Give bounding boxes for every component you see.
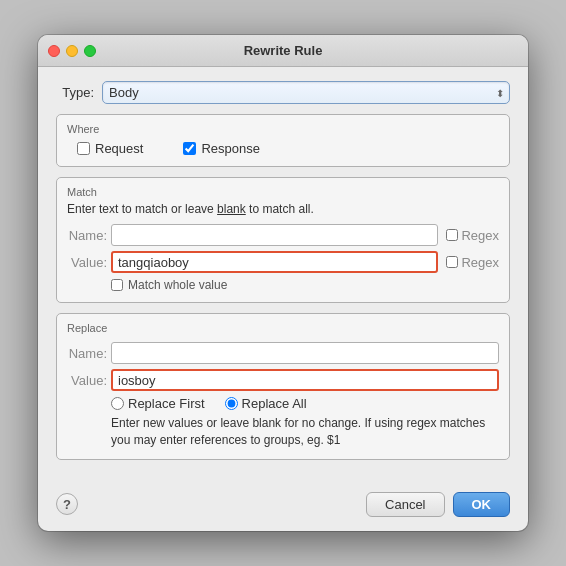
match-name-label: Name: (67, 228, 107, 243)
match-section: Match Enter text to match or leave blank… (56, 177, 510, 303)
cancel-button[interactable]: Cancel (366, 492, 444, 517)
match-value-regex-checkbox[interactable] (446, 256, 458, 268)
replace-name-label: Name: (67, 346, 107, 361)
window-controls (48, 45, 96, 57)
replace-value-row: Value: (67, 369, 499, 391)
match-name-input[interactable] (111, 224, 438, 246)
help-button[interactable]: ? (56, 493, 78, 515)
response-label: Response (201, 141, 260, 156)
match-value-regex-label: Regex (461, 255, 499, 270)
match-whole-row: Match whole value (67, 278, 499, 292)
match-name-regex: Regex (446, 228, 499, 243)
bottom-bar: ? Cancel OK (38, 484, 528, 531)
maximize-button[interactable] (84, 45, 96, 57)
dialog-buttons: Cancel OK (366, 492, 510, 517)
minimize-button[interactable] (66, 45, 78, 57)
replace-hint: Enter new values or leave blank for no c… (67, 415, 499, 449)
replace-name-input[interactable] (111, 342, 499, 364)
replace-section: Replace Name: Value: Replace First Rep (56, 313, 510, 460)
where-row: Request Response (67, 141, 499, 156)
replace-first-label[interactable]: Replace First (111, 396, 205, 411)
type-label: Type: (56, 85, 94, 100)
request-checkbox[interactable] (77, 142, 90, 155)
match-value-label: Value: (67, 255, 107, 270)
match-section-label: Match (67, 186, 499, 198)
match-whole-label: Match whole value (128, 278, 227, 292)
match-name-regex-label: Regex (461, 228, 499, 243)
blank-text: blank (217, 202, 246, 216)
where-section: Where Request Response (56, 114, 510, 167)
response-checkbox-label[interactable]: Response (183, 141, 260, 156)
response-checkbox[interactable] (183, 142, 196, 155)
type-select-wrapper: Body Header Status URL ⬍ (102, 81, 510, 104)
replace-all-label[interactable]: Replace All (225, 396, 307, 411)
replace-value-label: Value: (67, 373, 107, 388)
close-button[interactable] (48, 45, 60, 57)
request-label: Request (95, 141, 143, 156)
replace-all-radio[interactable] (225, 397, 238, 410)
match-instruction: Enter text to match or leave blank to ma… (67, 202, 499, 216)
replace-section-label: Replace (67, 322, 499, 334)
ok-button[interactable]: OK (453, 492, 511, 517)
match-value-regex: Regex (446, 255, 499, 270)
request-checkbox-label[interactable]: Request (77, 141, 143, 156)
replace-first-text: Replace First (128, 396, 205, 411)
replace-radio-row: Replace First Replace All (67, 396, 499, 411)
dialog-title: Rewrite Rule (244, 43, 323, 58)
where-section-label: Where (67, 123, 499, 135)
replace-name-row: Name: (67, 342, 499, 364)
dialog-body: Type: Body Header Status URL ⬍ Where Req… (38, 67, 528, 484)
rewrite-rule-dialog: Rewrite Rule Type: Body Header Status UR… (38, 35, 528, 531)
title-bar: Rewrite Rule (38, 35, 528, 67)
replace-first-radio[interactable] (111, 397, 124, 410)
type-select[interactable]: Body Header Status URL (102, 81, 510, 104)
match-value-input[interactable] (111, 251, 438, 273)
match-name-regex-checkbox[interactable] (446, 229, 458, 241)
match-value-row: Value: Regex (67, 251, 499, 273)
replace-all-text: Replace All (242, 396, 307, 411)
match-whole-checkbox[interactable] (111, 279, 123, 291)
match-name-row: Name: Regex (67, 224, 499, 246)
type-row: Type: Body Header Status URL ⬍ (56, 81, 510, 104)
replace-value-input[interactable] (111, 369, 499, 391)
